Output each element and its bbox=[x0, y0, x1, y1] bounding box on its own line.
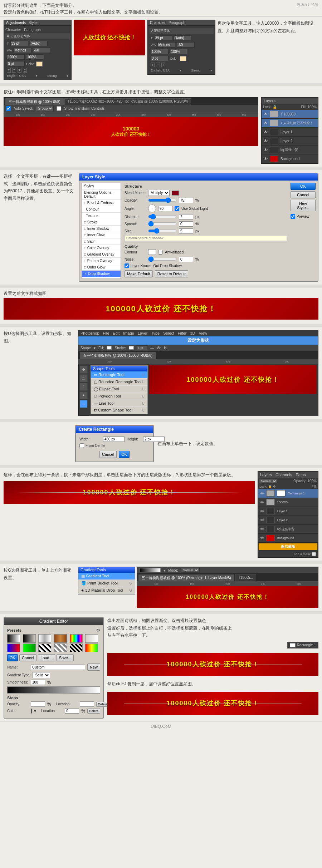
sidebar-outer-glow[interactable]: □ Outer Glow bbox=[82, 264, 121, 271]
size-input[interactable] bbox=[179, 228, 193, 234]
angle-input[interactable] bbox=[158, 206, 172, 211]
distance-slider[interactable] bbox=[148, 214, 177, 220]
preset-10[interactable] bbox=[70, 643, 83, 652]
vert-scale2[interactable] bbox=[151, 49, 169, 54]
kerning-input2[interactable] bbox=[157, 42, 175, 48]
tab-file2[interactable]: T18oOrXqXcXXb2TIbx--1680--420_jpg_q90.jp… bbox=[64, 98, 191, 105]
noise-input[interactable] bbox=[179, 257, 193, 262]
rect-width-input[interactable] bbox=[103, 437, 125, 442]
tool-rounded-rect[interactable]: ▢ Rounded Rectangle Tool U bbox=[91, 379, 147, 386]
from-center-check[interactable] bbox=[79, 443, 84, 448]
shadow-color-swatch[interactable] bbox=[172, 191, 179, 196]
sidebar-styles[interactable]: Styles bbox=[82, 183, 121, 189]
anti-alias-check[interactable] bbox=[158, 250, 163, 255]
rect-tool-icon[interactable]: ▭ bbox=[80, 400, 88, 408]
tracking-input2[interactable] bbox=[177, 42, 195, 48]
preset-7[interactable] bbox=[23, 643, 36, 652]
tool-gradient[interactable]: ▦ Gradient Tool G bbox=[78, 573, 135, 580]
global-light-check[interactable] bbox=[175, 206, 179, 211]
size-slider[interactable] bbox=[148, 228, 177, 234]
editor-cancel-button[interactable]: Cancel bbox=[19, 654, 36, 661]
tab-adjustments[interactable]: Adjustments bbox=[6, 21, 26, 25]
sidebar-pattern-overlay[interactable]: □ Pattern Overlay bbox=[82, 258, 121, 264]
tool-paint-bucket[interactable]: 🪣 Paint Bucket Tool G bbox=[78, 580, 135, 587]
blend-mode-select[interactable]: Multiply bbox=[148, 190, 170, 196]
group-select[interactable]: Group bbox=[36, 106, 54, 111]
sidebar-color-overlay[interactable]: □ Color Overlay bbox=[82, 245, 121, 251]
tab-file1[interactable]: 五一特卖海报教程 @ 100% (8/8) bbox=[5, 98, 64, 105]
tool-polygon[interactable]: ⬡ Polygon Tool U bbox=[91, 393, 147, 400]
spread-input[interactable] bbox=[179, 221, 193, 227]
preset-2[interactable] bbox=[38, 634, 51, 643]
baseline2[interactable] bbox=[151, 56, 169, 61]
angle-dial[interactable]: ↑ bbox=[148, 204, 156, 212]
marquee-tool-icon[interactable]: ⬚ bbox=[80, 374, 88, 382]
tab-gradient-file1[interactable]: 五一特卖海报教程 @ 100% (Rectangle 1, Layer Mask… bbox=[138, 574, 234, 581]
fill-swatch[interactable] bbox=[107, 346, 112, 350]
make-default-button[interactable]: Make Default bbox=[125, 270, 153, 277]
gradient-bar[interactable] bbox=[7, 686, 100, 694]
layer-rect1-7[interactable]: 👁 Rectangle 1 bbox=[258, 489, 318, 498]
layer-1-7[interactable]: 👁 Layer 1 bbox=[258, 507, 318, 516]
vert-scale-input[interactable] bbox=[7, 54, 25, 60]
tab-styles[interactable]: Styles bbox=[29, 21, 38, 25]
editor-load-button[interactable]: Load... bbox=[38, 654, 55, 661]
tab-gradient-file2[interactable]: T18oOr... bbox=[235, 574, 257, 581]
editor-save-button[interactable]: Save... bbox=[57, 654, 74, 661]
layer-bg-mid[interactable]: 👁 bg-流佳中贸 bbox=[262, 146, 318, 154]
layer-text1[interactable]: 👁 T 人砍过价 还不快抢！ bbox=[262, 119, 318, 128]
preset-11[interactable] bbox=[85, 643, 98, 652]
font-size-input[interactable] bbox=[10, 41, 28, 46]
color-swatch2[interactable] bbox=[180, 56, 186, 61]
layer-bg-final-7[interactable]: 👁 Background bbox=[258, 534, 318, 543]
opacity-stop-input[interactable] bbox=[31, 701, 45, 707]
sidebar-contour[interactable]: Contour bbox=[82, 206, 121, 213]
preset-8[interactable] bbox=[38, 643, 51, 652]
tool-line[interactable]: — Line Tool U bbox=[91, 400, 147, 407]
stroke-swatch[interactable] bbox=[129, 346, 134, 350]
preview-check[interactable] bbox=[291, 214, 295, 219]
layer-knocks-check[interactable] bbox=[125, 263, 129, 268]
preset-5[interactable] bbox=[85, 634, 98, 643]
rect-cancel-button[interactable]: Cancel bbox=[99, 451, 117, 458]
preset-9[interactable] bbox=[54, 643, 67, 652]
horiz-scale2[interactable] bbox=[170, 49, 188, 54]
tracking-input[interactable] bbox=[33, 48, 51, 53]
gradient-preview-optbar[interactable] bbox=[139, 568, 161, 572]
add-mask-icon[interactable]: ⬜ bbox=[312, 552, 316, 556]
new-style-button[interactable]: New Style... bbox=[291, 200, 316, 211]
tab-section5-file[interactable]: 五一特卖海报教程 @ 100% (10000, RGB/8) bbox=[80, 352, 156, 359]
sidebar-inner-glow[interactable]: □ Inner Glow bbox=[82, 232, 121, 238]
gradient-name-input[interactable] bbox=[31, 665, 85, 670]
layer-2[interactable]: 👁 Layer 2 bbox=[262, 137, 318, 146]
transform-checkbox[interactable] bbox=[57, 106, 61, 111]
preset-1[interactable] bbox=[23, 634, 36, 643]
preset-0[interactable] bbox=[7, 634, 20, 643]
preset-6[interactable] bbox=[7, 643, 20, 652]
stroke-size-input[interactable] bbox=[137, 345, 147, 350]
leading-input[interactable] bbox=[30, 41, 48, 46]
preset-3[interactable] bbox=[54, 634, 67, 643]
spread-slider[interactable] bbox=[148, 221, 177, 227]
tab-character-right[interactable]: Character bbox=[150, 21, 166, 25]
magic-wand-icon[interactable]: ✦ bbox=[80, 391, 88, 399]
kerning-input[interactable] bbox=[14, 48, 31, 53]
baseline-input[interactable] bbox=[7, 61, 25, 66]
sidebar-drop-shadow[interactable]: ✓ Drop Shadow bbox=[82, 271, 121, 277]
sidebar-blending[interactable]: Blending Options: Default bbox=[82, 189, 121, 200]
color-swatch[interactable] bbox=[36, 61, 43, 66]
contour-preview[interactable] bbox=[148, 249, 156, 255]
distance-input[interactable] bbox=[179, 214, 193, 220]
color-location-input[interactable] bbox=[65, 708, 79, 714]
opacity-location-input[interactable] bbox=[80, 701, 94, 707]
tool-custom-shape[interactable]: ✿ Custom Shape Tool U bbox=[91, 407, 147, 414]
gear-icon[interactable]: ⚙ bbox=[96, 628, 100, 633]
gradient-type-select[interactable]: Solid bbox=[33, 672, 50, 678]
sidebar-stroke[interactable]: □ Stroke bbox=[82, 219, 121, 226]
sidebar-texture[interactable]: Texture bbox=[82, 213, 121, 219]
new-gradient-button[interactable]: New bbox=[87, 664, 100, 671]
preset-4[interactable] bbox=[70, 634, 83, 643]
blending-select-7[interactable]: Normal bbox=[259, 479, 277, 483]
layer-100000-7[interactable]: 👁 100000 bbox=[258, 498, 318, 507]
move-tool-icon[interactable]: ✣ bbox=[80, 366, 88, 374]
